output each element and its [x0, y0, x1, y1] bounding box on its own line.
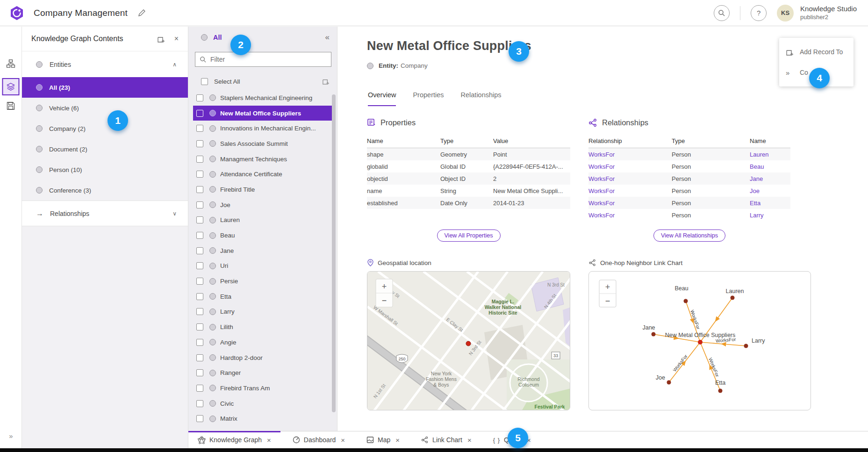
list-item[interactable]: Hardtop 2-door	[193, 350, 332, 366]
menu-item-add-record-to[interactable]: Add Record To	[779, 42, 854, 62]
layers-icon-selected[interactable]	[2, 78, 20, 95]
map-zoom-control[interactable]: + −	[376, 279, 393, 307]
list-item[interactable]: Staplers Mechanical Engineering	[193, 90, 332, 106]
filter-input[interactable]	[210, 56, 318, 63]
list-item[interactable]: Managment Techniques	[193, 151, 332, 167]
list-item[interactable]: Angie	[193, 335, 332, 350]
list-item[interactable]: Sales Associate Summit	[193, 136, 332, 151]
entity-type-row-company[interactable]: Company (2)	[22, 118, 188, 139]
list-item[interactable]: Civic	[193, 396, 332, 411]
select-all-checkbox[interactable]	[201, 78, 208, 85]
avatar[interactable]: KS	[777, 5, 794, 22]
entity-link[interactable]: Beau	[750, 163, 790, 170]
tab-overview[interactable]: Overview	[368, 91, 396, 106]
entity-type-row-person[interactable]: Person (10)	[22, 159, 188, 180]
list-item[interactable]: Lauren	[193, 213, 332, 228]
node-lauren[interactable]	[731, 296, 735, 300]
node-beau[interactable]	[684, 299, 688, 303]
view-all-relationships-button[interactable]: View All Relationships	[653, 230, 725, 242]
row-checkbox[interactable]	[196, 140, 203, 147]
linkchart-panel[interactable]: WorksFor WorksFor WorksFor WorksFor Beau…	[588, 271, 811, 410]
list-item-selected[interactable]: New Metal Office Suppliers	[193, 106, 332, 121]
entity-type-row-vehicle[interactable]: Vehicle (6)	[22, 98, 188, 118]
map-panel[interactable]: W Clay St W Marshall St E Clay St N 3rd …	[367, 271, 570, 410]
entity-link[interactable]: Joe	[750, 187, 790, 194]
entity-link[interactable]: Larry	[750, 212, 790, 219]
row-checkbox[interactable]	[196, 415, 203, 422]
entity-link[interactable]: Jane	[750, 175, 790, 182]
node-larry[interactable]	[744, 344, 748, 348]
map-marker[interactable]	[466, 341, 471, 346]
all-filter-label[interactable]: All	[213, 34, 325, 41]
close-tab-icon[interactable]: ×	[395, 436, 400, 444]
zoom-in-button[interactable]: +	[605, 282, 610, 292]
list-item[interactable]: Attendance Certificate	[193, 166, 332, 182]
view-tab-dashboard[interactable]: Dashboard ×	[287, 431, 351, 449]
tab-relationships[interactable]: Relationships	[461, 91, 502, 106]
save-icon[interactable]	[7, 101, 15, 110]
row-checkbox[interactable]	[196, 400, 203, 407]
row-checkbox[interactable]	[196, 323, 203, 330]
list-item[interactable]: Joe	[193, 197, 332, 213]
node-joe[interactable]	[667, 380, 671, 385]
entity-link[interactable]: Etta	[750, 200, 790, 207]
app-logo-icon[interactable]	[10, 6, 24, 21]
list-item[interactable]: Uri	[193, 258, 332, 274]
row-checkbox[interactable]	[196, 186, 203, 193]
search-button[interactable]	[714, 5, 730, 21]
close-tab-icon[interactable]: ×	[467, 436, 472, 444]
list-item[interactable]: Firebird Trans Am	[193, 380, 332, 396]
row-checkbox[interactable]	[196, 201, 203, 208]
tab-properties[interactable]: Properties	[413, 91, 444, 106]
relationship-link[interactable]: WorksFor	[588, 200, 672, 207]
linkchart-zoom-control[interactable]: + −	[599, 280, 616, 307]
edit-title-icon[interactable]	[138, 9, 146, 17]
relationship-link[interactable]: WorksFor	[588, 187, 672, 194]
view-all-properties-button[interactable]: View All Properties	[437, 230, 501, 242]
scrollbar-thumb[interactable]	[332, 94, 336, 412]
view-tab-knowledge-graph[interactable]: Knowledge Graph ×	[188, 431, 280, 449]
row-checkbox[interactable]	[196, 369, 203, 376]
entity-type-row-conference[interactable]: Conference (3)	[22, 180, 188, 201]
list-item[interactable]: Innovations in Mechanical Engin...	[193, 121, 332, 136]
zoom-in-button[interactable]: +	[382, 282, 387, 291]
close-panel-icon[interactable]: ×	[174, 35, 179, 43]
entities-section-header[interactable]: Entities ∧	[22, 51, 188, 77]
relationship-link[interactable]: WorksFor	[588, 151, 672, 158]
list-item[interactable]: Jane	[193, 243, 332, 258]
node-etta[interactable]	[718, 389, 723, 393]
entity-type-row-all[interactable]: All (23)	[22, 77, 188, 98]
list-item[interactable]: Beau	[193, 228, 332, 243]
node-center[interactable]	[698, 340, 703, 344]
list-item[interactable]: Firebird Title	[193, 182, 332, 197]
view-tab-link-chart[interactable]: Link Chart ×	[416, 431, 477, 449]
relationship-link[interactable]: WorksFor	[588, 163, 672, 170]
list-item[interactable]: Larry	[193, 304, 332, 320]
list-item[interactable]: Matrix	[193, 411, 332, 426]
row-checkbox[interactable]	[196, 156, 203, 163]
close-tab-icon[interactable]: ×	[341, 436, 345, 444]
row-checkbox[interactable]	[196, 385, 203, 392]
add-record-icon[interactable]	[157, 35, 165, 43]
row-checkbox[interactable]	[196, 94, 203, 101]
relationship-link[interactable]: WorksFor	[588, 175, 672, 182]
expand-rail-icon[interactable]: »	[0, 432, 22, 440]
close-tab-icon[interactable]: ×	[267, 436, 271, 444]
entity-type-row-document[interactable]: Document (2)	[22, 139, 188, 159]
help-button[interactable]: ?	[751, 5, 767, 21]
row-checkbox[interactable]	[196, 293, 203, 300]
view-tab-map[interactable]: Map ×	[361, 431, 405, 449]
row-checkbox[interactable]	[196, 125, 203, 132]
relationships-section-header[interactable]: → Relationships ∨	[22, 201, 188, 226]
row-checkbox[interactable]	[196, 262, 203, 269]
row-checkbox[interactable]	[196, 171, 203, 178]
row-checkbox[interactable]	[196, 339, 203, 346]
row-checkbox[interactable]	[196, 308, 203, 315]
node-jane[interactable]	[652, 332, 656, 337]
list-item[interactable]: Lilith	[193, 319, 332, 335]
zoom-out-button[interactable]: −	[382, 296, 387, 305]
entity-link[interactable]: Lauren	[750, 151, 790, 158]
add-record-icon[interactable]	[322, 78, 330, 85]
row-checkbox[interactable]	[196, 110, 203, 117]
row-checkbox[interactable]	[196, 247, 203, 254]
